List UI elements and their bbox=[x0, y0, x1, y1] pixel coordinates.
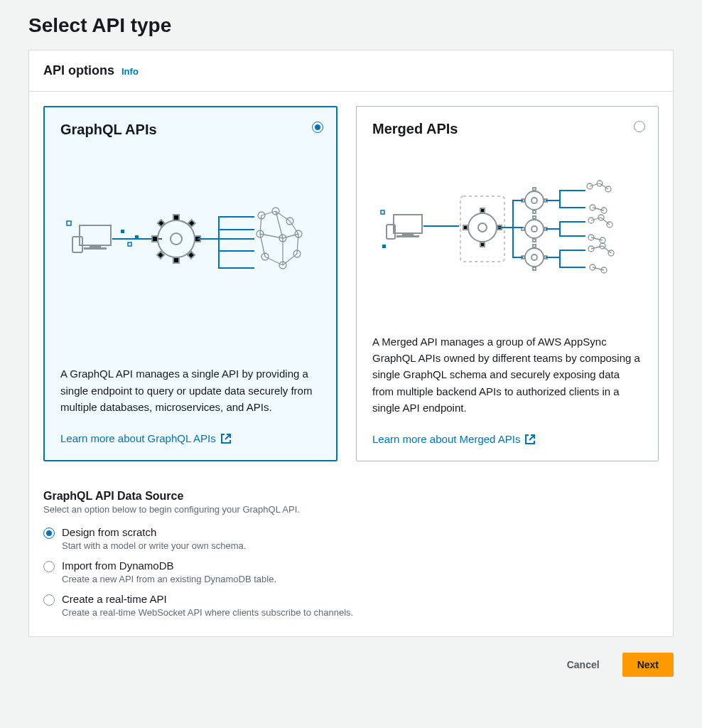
svg-rect-62 bbox=[533, 216, 536, 219]
merged-illustration bbox=[372, 146, 642, 333]
panel-header: API options Info bbox=[29, 50, 673, 92]
svg-rect-42 bbox=[396, 235, 419, 237]
svg-rect-56 bbox=[533, 188, 536, 191]
svg-point-55 bbox=[531, 198, 537, 203]
svg-rect-41 bbox=[402, 233, 414, 235]
external-link-icon bbox=[524, 434, 536, 445]
svg-point-10 bbox=[171, 233, 182, 245]
svg-rect-40 bbox=[394, 215, 422, 233]
radio-icon bbox=[312, 120, 323, 133]
svg-rect-69 bbox=[533, 267, 536, 270]
svg-rect-45 bbox=[382, 245, 386, 248]
card-description: A GraphQL API manages a single API by pr… bbox=[60, 365, 320, 415]
radio-icon bbox=[43, 561, 55, 572]
graphql-illustration bbox=[60, 146, 320, 365]
svg-rect-52 bbox=[463, 225, 468, 230]
svg-rect-57 bbox=[533, 210, 536, 213]
panel-body: GraphQL APIs bbox=[29, 92, 673, 636]
option-design-from-scratch[interactable]: Design from scratch Start with a model o… bbox=[43, 522, 659, 555]
card-description: A Merged API manages a group of AWS AppS… bbox=[372, 333, 642, 416]
link-text: Learn more about Merged APIs bbox=[372, 433, 520, 445]
svg-line-28 bbox=[261, 211, 276, 215]
svg-point-49 bbox=[478, 223, 487, 232]
card-title: Merged APIs bbox=[372, 121, 642, 137]
svg-rect-6 bbox=[128, 242, 131, 246]
option-desc: Create a new API from an existing Dynamo… bbox=[62, 574, 276, 584]
radio-icon bbox=[634, 119, 645, 134]
option-card-graphql[interactable]: GraphQL APIs bbox=[43, 106, 338, 461]
option-card-merged[interactable]: Merged APIs bbox=[356, 106, 659, 461]
radio-icon bbox=[43, 594, 55, 606]
svg-point-54 bbox=[525, 191, 544, 210]
option-import-dynamodb[interactable]: Import from DynamoDB Create a new API fr… bbox=[43, 555, 659, 589]
option-label: Create a real-time API bbox=[62, 593, 353, 606]
svg-rect-68 bbox=[533, 245, 536, 247]
svg-rect-11 bbox=[173, 215, 179, 220]
svg-line-30 bbox=[260, 215, 261, 234]
svg-rect-63 bbox=[533, 239, 536, 242]
svg-point-60 bbox=[525, 220, 544, 238]
svg-point-48 bbox=[468, 213, 497, 242]
svg-line-36 bbox=[265, 257, 283, 265]
svg-rect-5 bbox=[121, 230, 124, 233]
svg-rect-12 bbox=[173, 257, 179, 263]
svg-line-32 bbox=[260, 234, 283, 238]
svg-rect-4 bbox=[67, 221, 71, 225]
api-options-panel: API options Info GraphQL APIs bbox=[28, 50, 674, 637]
svg-line-94 bbox=[603, 246, 611, 253]
svg-rect-1 bbox=[90, 245, 101, 247]
learn-more-graphql-link[interactable]: Learn more about GraphQL APIs bbox=[60, 432, 320, 444]
svg-rect-51 bbox=[480, 242, 485, 247]
link-text: Learn more about GraphQL APIs bbox=[60, 432, 216, 444]
svg-line-37 bbox=[283, 254, 297, 265]
wizard-footer: Cancel Next bbox=[28, 653, 674, 677]
api-type-cards: GraphQL APIs bbox=[43, 106, 659, 461]
panel-title: API options bbox=[43, 63, 114, 78]
option-desc: Create a real-time WebSocket API where c… bbox=[62, 607, 353, 618]
svg-point-66 bbox=[525, 248, 544, 267]
svg-rect-0 bbox=[80, 225, 111, 245]
svg-line-34 bbox=[260, 234, 265, 257]
learn-more-merged-link[interactable]: Learn more about Merged APIs bbox=[372, 433, 642, 445]
data-source-options: Design from scratch Start with a model o… bbox=[43, 522, 659, 622]
option-label: Import from DynamoDB bbox=[62, 560, 276, 572]
option-label: Design from scratch bbox=[62, 526, 246, 539]
svg-rect-2 bbox=[84, 247, 107, 250]
svg-point-9 bbox=[158, 220, 195, 257]
svg-rect-13 bbox=[152, 236, 158, 242]
option-realtime-api[interactable]: Create a real-time API Create a real-tim… bbox=[43, 589, 659, 622]
section-title: GraphQL API Data Source bbox=[43, 490, 659, 503]
card-title: GraphQL APIs bbox=[60, 122, 320, 138]
svg-rect-50 bbox=[480, 208, 485, 213]
svg-point-61 bbox=[531, 226, 537, 232]
data-source-section: GraphQL API Data Source Select an option… bbox=[43, 490, 659, 622]
external-link-icon bbox=[220, 433, 232, 444]
section-subtitle: Select an option below to begin configur… bbox=[43, 504, 659, 515]
info-link[interactable]: Info bbox=[122, 66, 139, 77]
radio-icon bbox=[43, 528, 55, 539]
page-title: Select API type bbox=[28, 14, 674, 37]
svg-point-67 bbox=[531, 255, 537, 260]
cancel-button[interactable]: Cancel bbox=[553, 653, 614, 677]
svg-point-85 bbox=[590, 264, 595, 270]
svg-line-91 bbox=[601, 218, 610, 225]
svg-line-31 bbox=[290, 221, 298, 234]
option-desc: Start with a model or write your own sch… bbox=[62, 540, 246, 551]
next-button[interactable]: Next bbox=[622, 653, 674, 677]
svg-rect-44 bbox=[381, 210, 384, 214]
